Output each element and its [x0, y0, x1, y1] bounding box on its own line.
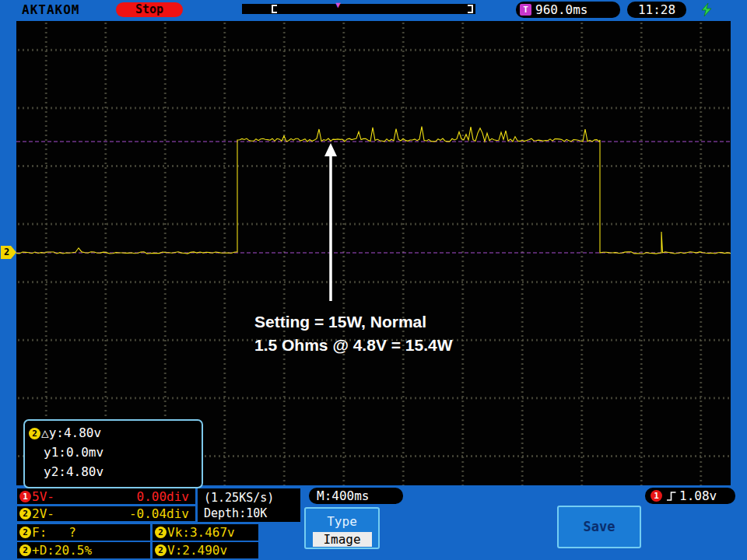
cursor-y2-row: y2:4.80v — [29, 462, 202, 481]
measurement-vk: 2 Vk: 3.467v — [153, 524, 258, 541]
horizontal-position-bar[interactable]: ▼ — [242, 4, 475, 14]
channel2-badge: 2 — [19, 508, 31, 520]
measurement-duty: 2 +D: 20.5% — [17, 542, 150, 558]
channel2-badge: 2 — [155, 544, 167, 556]
trigger-time-value: 960.0ms — [535, 2, 587, 18]
save-button[interactable]: Save — [557, 506, 641, 548]
freq-label: F: — [32, 525, 47, 540]
y2-value: 4.80v — [66, 464, 103, 479]
rising-edge-icon — [665, 490, 677, 502]
trigger-time-display: T 960.0ms — [516, 2, 620, 18]
duty-value: 20.5% — [54, 543, 92, 558]
channel2-status: 2 2V- -0.04div — [17, 506, 195, 521]
position-bar-left-bracket — [272, 5, 277, 13]
y1-value: 0.0mv — [66, 445, 103, 460]
usb-status-icon — [699, 2, 714, 18]
channel1-badge: 1 — [651, 490, 662, 502]
trigger-time-icon: T — [520, 4, 531, 16]
timebase-display: M:400ms — [309, 488, 403, 504]
v-label: V: — [167, 543, 182, 558]
trigger-level-display: 1 1.08v — [645, 488, 735, 504]
measurement-voltage: 2 V: 2.490v — [153, 542, 258, 558]
waveform-display: Setting = 15W, Normal 1.5 Ohms @ 4.8V = … — [16, 21, 731, 485]
channel2-scale: 2V- — [32, 506, 54, 521]
sample-rate: (1.25KS/s) — [204, 490, 300, 506]
freq-value: ? — [68, 525, 76, 540]
oscilloscope-ui: AKTAKOM Stop ▼ T 960.0ms 11:28 Setting =… — [0, 0, 747, 560]
vk-value: 3.467v — [190, 525, 235, 540]
v-value: 2.490v — [182, 543, 227, 558]
cursor-delta-row: 2△y:4.80v — [29, 423, 202, 443]
channel2-badge: 2 — [19, 544, 31, 556]
trigger-position-marker[interactable]: ▼ — [335, 0, 341, 10]
channel2-badge: 2 — [155, 527, 167, 538]
delta-y-label: △y: — [41, 425, 64, 440]
waveform-plot — [16, 21, 731, 485]
channel2-trace — [16, 127, 731, 254]
memory-depth: Depth:10K — [204, 506, 300, 521]
channel1-offset: 0.00div — [137, 489, 189, 504]
position-bar-right-bracket — [468, 5, 473, 13]
cursor-readout-panel: 2△y:4.80v y1:0.0mv y2:4.80v — [23, 419, 203, 488]
run-stop-button[interactable]: Stop — [116, 2, 183, 17]
channel1-status: 1 5V- 0.00div — [17, 488, 195, 504]
channel2-position-marker[interactable]: 2 — [1, 246, 16, 259]
channel1-badge: 1 — [19, 491, 31, 502]
annotation-arrow — [324, 143, 337, 301]
brand-logo: AKTAKOM — [22, 3, 79, 17]
type-softkey-button[interactable]: Type Image — [304, 507, 380, 549]
channel1-scale: 5V- — [32, 489, 54, 504]
type-value: Image — [313, 532, 372, 547]
delta-y-value: 4.80v — [64, 425, 101, 440]
channel2-badge: 2 — [19, 527, 31, 538]
cursor-y1-row: y1:0.0mv — [29, 443, 202, 462]
channel2-offset: -0.04div — [129, 506, 189, 521]
annotation-line2: 1.5 Ohms @ 4.8V = 15.4W — [254, 334, 453, 357]
annotation-text: Setting = 15W, Normal 1.5 Ohms @ 4.8V = … — [254, 310, 453, 357]
type-label: Type — [306, 514, 378, 529]
channel2-badge: 2 — [29, 428, 40, 439]
acquisition-info: (1.25KS/s) Depth:10K — [198, 488, 300, 522]
measurement-frequency: 2 F: ? — [17, 524, 150, 541]
annotation-line1: Setting = 15W, Normal — [254, 310, 453, 334]
duty-label: +D: — [32, 543, 54, 558]
vk-label: Vk: — [167, 525, 190, 540]
trigger-level-value: 1.08v — [679, 488, 717, 503]
y2-label: y2: — [44, 464, 66, 479]
clock: 11:28 — [627, 2, 686, 18]
y1-label: y1: — [44, 445, 66, 460]
